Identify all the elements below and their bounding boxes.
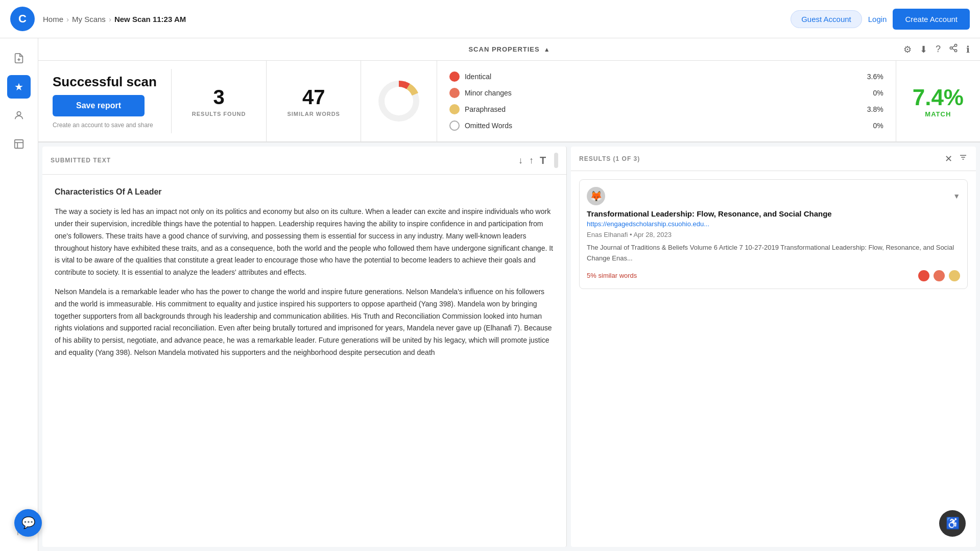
filter-icon[interactable] [959, 153, 968, 164]
similar-words-num: 47 [302, 86, 325, 109]
share-icon[interactable] [949, 43, 958, 55]
identical-label: Identical [465, 73, 862, 81]
breadcrumb: Home › My Scans › New Scan 11:23 AM [43, 15, 186, 23]
omitted-dot [449, 121, 460, 131]
results-section: Successful scan Save report Create an ac… [38, 61, 980, 142]
breadcrumb-sep2: › [109, 15, 111, 23]
result-color-minor [934, 270, 945, 281]
result-color-paraphrased [949, 270, 960, 281]
text-panel-header: SUBMITTED TEXT ↓ ↑ T [42, 147, 566, 175]
svg-point-7 [950, 47, 952, 50]
scan-properties-label-group: SCAN PROPERTIES ▲ [468, 45, 549, 53]
text-panel-content: Characteristics Of A Leader The way a so… [42, 175, 566, 547]
paraphrased-dot [449, 104, 460, 114]
document-para-2: Nelson Mandela is a remarkable leader wh… [55, 286, 554, 359]
save-report-button[interactable]: Save report [53, 95, 145, 116]
sidebar-item-starred[interactable]: ★ [7, 75, 31, 99]
guest-account-button[interactable]: Guest Account [791, 10, 862, 28]
legend-area: Identical 3.6% Minor changes 0% Paraphra… [437, 61, 896, 141]
scan-props-icons: ⚙ ⬇ ? ℹ [903, 43, 970, 55]
main-layout: ★ |› SCAN PROPERTIES ▲ ⚙ ⬇ ? [0, 38, 980, 551]
content-area: SCAN PROPERTIES ▲ ⚙ ⬇ ? ℹ Successful sca [38, 38, 980, 551]
breadcrumb-home[interactable]: Home [43, 15, 63, 23]
scan-result-left: Successful scan Save report Create an ac… [38, 61, 171, 141]
legend-omitted: Omitted Words 0% [449, 121, 883, 131]
save-note: Create an account to save and share [53, 122, 157, 129]
pie-chart-area [361, 61, 437, 141]
scan-properties-bar: SCAN PROPERTIES ▲ ⚙ ⬇ ? ℹ [38, 38, 980, 61]
result-card-area: 🦊 ▼ Transformational Leadership: Flow, R… [571, 171, 976, 547]
svg-point-6 [954, 44, 957, 47]
svg-point-8 [954, 50, 957, 52]
result-avatar: 🦊 [587, 187, 605, 205]
result-card-1: 🦊 ▼ Transformational Leadership: Flow, R… [579, 179, 968, 289]
results-found-label: RESULTS FOUND [192, 111, 246, 117]
breadcrumb-my-scans[interactable]: My Scans [72, 15, 106, 23]
sidebar: ★ |› [0, 38, 38, 551]
svg-point-12 [385, 87, 413, 115]
text-nav-up[interactable]: ↑ [529, 155, 534, 166]
scan-properties-chevron[interactable]: ▲ [544, 46, 550, 53]
text-nav-down[interactable]: ↓ [518, 155, 523, 166]
similar-words-result: 5% similar words [587, 272, 914, 279]
results-found-num: 3 [213, 86, 225, 109]
minor-pct: 0% [873, 89, 883, 97]
result-excerpt: The Journal of Traditions & Beliefs Volu… [587, 243, 960, 264]
similar-words-label: SIMILAR WORDS [287, 111, 340, 117]
results-panel-header: RESULTS (1 OF 3) ✕ [571, 147, 976, 171]
result-url[interactable]: https://engagedscholarship.csuohio.edu..… [587, 220, 960, 228]
text-font-icon[interactable]: T [540, 155, 546, 166]
result-color-identical [918, 270, 929, 281]
help-icon[interactable]: ? [936, 44, 941, 55]
close-results-icon[interactable]: ✕ [945, 153, 952, 164]
legend-paraphrased: Paraphrased 3.8% [449, 104, 883, 114]
chat-button[interactable]: 💬 [14, 509, 42, 537]
document-heading: Characteristics Of A Leader [55, 185, 554, 199]
top-nav: C Home › My Scans › New Scan 11:23 AM Gu… [0, 0, 980, 38]
download-icon[interactable]: ⬇ [920, 44, 927, 55]
logo: C [10, 7, 35, 31]
match-block: 7.4% MATCH [896, 61, 980, 141]
scrollbar-indicator [554, 153, 558, 168]
omitted-label: Omitted Words [465, 122, 868, 130]
success-title: Successful scan [53, 74, 157, 90]
breadcrumb-current: New Scan 11:23 AM [114, 15, 186, 23]
sidebar-item-new-document[interactable] [7, 46, 31, 70]
bottom-panels: SUBMITTED TEXT ↓ ↑ T Characteristics Of … [38, 142, 980, 551]
result-author: Enas Elhanafi [587, 231, 628, 238]
svg-rect-3 [15, 140, 23, 149]
sidebar-item-reports[interactable] [7, 132, 31, 156]
legend-minor: Minor changes 0% [449, 88, 883, 98]
create-account-button[interactable]: Create Account [893, 9, 970, 30]
result-footer: 5% similar words [587, 270, 960, 281]
breadcrumb-sep1: › [66, 15, 69, 23]
results-found-block: 3 RESULTS FOUND [172, 61, 267, 141]
nav-right: Guest Account Login Create Account [791, 9, 970, 30]
results-panel-title: RESULTS (1 OF 3) [579, 155, 945, 162]
scan-props-icons-area: ⚙ ⬇ ? ℹ [550, 43, 970, 55]
legend-identical: Identical 3.6% [449, 71, 883, 82]
identical-dot [449, 71, 460, 82]
settings-icon[interactable]: ⚙ [903, 44, 912, 55]
scan-properties-label: SCAN PROPERTIES [468, 45, 539, 53]
paraphrased-label: Paraphrased [465, 105, 862, 113]
similar-words-block: 47 SIMILAR WORDS [267, 61, 361, 141]
sidebar-item-profile[interactable] [7, 104, 31, 127]
minor-label: Minor changes [465, 89, 868, 97]
result-title: Transformational Leadership: Flow, Reson… [587, 209, 960, 218]
result-meta: Enas Elhanafi • Apr 28, 2023 [587, 231, 960, 238]
svg-line-10 [952, 46, 954, 47]
submitted-text-panel: SUBMITTED TEXT ↓ ↑ T Characteristics Of … [42, 147, 567, 547]
login-button[interactable]: Login [868, 15, 887, 23]
paraphrased-pct: 3.8% [867, 105, 883, 113]
match-percent: 7.4% [913, 85, 964, 110]
result-expand-icon[interactable]: ▼ [953, 192, 960, 200]
svg-line-9 [952, 49, 954, 50]
results-panel: RESULTS (1 OF 3) ✕ 🦊 ▼ Transformational … [571, 147, 976, 547]
match-label: MATCH [925, 110, 951, 118]
svg-point-2 [17, 112, 20, 115]
info-icon[interactable]: ℹ [966, 44, 970, 55]
result-date: Apr 28, 2023 [633, 231, 671, 238]
accessibility-button[interactable]: ♿ [939, 510, 966, 537]
omitted-pct: 0% [873, 122, 883, 130]
